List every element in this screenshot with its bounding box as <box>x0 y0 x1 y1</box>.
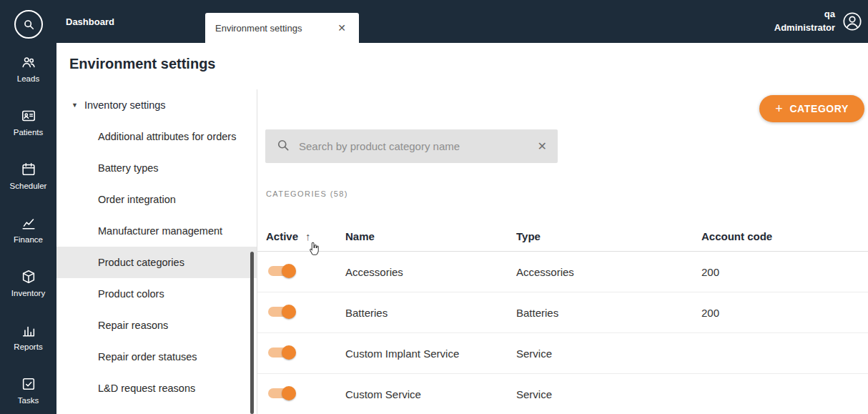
page-title: Environment settings <box>56 43 868 72</box>
user-avatar-icon[interactable] <box>842 11 862 31</box>
column-header-type[interactable]: Type <box>516 230 701 242</box>
tree-root-label: Inventory settings <box>84 99 166 111</box>
column-header-account-code[interactable]: Account code <box>701 230 868 242</box>
user-info: qa Administrator <box>774 0 835 43</box>
clear-search-icon[interactable]: ✕ <box>538 139 547 153</box>
sidebar: Leads Patients Scheduler Finance Invento… <box>0 0 56 414</box>
cell-account-code: 200 <box>701 266 868 278</box>
active-toggle[interactable] <box>268 307 294 317</box>
search-input[interactable] <box>299 140 529 152</box>
tree-item-manufacturer-management[interactable]: Manufacturer management <box>56 215 257 247</box>
cell-active <box>266 266 345 278</box>
column-header-active-label: Active <box>266 230 298 242</box>
sidebar-item-inventory[interactable]: Inventory <box>0 256 56 310</box>
cell-active <box>266 348 345 360</box>
tasks-icon <box>21 376 36 392</box>
cell-name: Accessories <box>345 266 516 278</box>
active-toggle[interactable] <box>268 266 294 276</box>
cell-name: Custom Service <box>345 388 516 400</box>
content-area: + CATEGORY ✕ CATEGORIES (58) Active ↑ Na… <box>257 89 868 414</box>
cell-type: Batteries <box>516 307 701 319</box>
sidebar-item-finance[interactable]: Finance <box>0 202 56 256</box>
tree-item-additional-attributes-for-orders[interactable]: Additional attributes for orders <box>56 121 257 152</box>
search-icon <box>21 17 36 31</box>
tab-label: Environment settings <box>215 23 302 34</box>
cell-account-code: 200 <box>701 307 868 319</box>
tree-item-repair-order-statuses[interactable]: Repair order statuses <box>56 341 257 373</box>
sort-ascending-icon: ↑ <box>305 230 311 242</box>
plus-icon: + <box>775 102 783 115</box>
sidebar-search-button[interactable] <box>14 10 43 39</box>
add-category-label: CATEGORY <box>789 103 849 114</box>
cell-name: Custom Implant Service <box>345 348 516 360</box>
tree-item-ld-request-reasons[interactable]: L&D request reasons <box>56 373 257 404</box>
sidebar-item-label: Tasks <box>18 396 39 405</box>
finance-icon <box>21 215 36 231</box>
tree-item-inventory-settings[interactable]: ▼ Inventory settings <box>56 89 257 121</box>
toggle-knob <box>282 305 296 319</box>
scheduler-icon <box>21 162 36 177</box>
sidebar-item-label: Patients <box>14 128 44 137</box>
toggle-knob <box>282 345 296 360</box>
user-role: Administrator <box>774 21 835 35</box>
search-icon <box>276 138 290 155</box>
sidebar-item-scheduler[interactable]: Scheduler <box>0 149 56 202</box>
tree-item-product-categories[interactable]: Product categories <box>56 247 257 278</box>
column-header-active[interactable]: Active ↑ <box>266 230 345 242</box>
reports-icon <box>21 322 36 338</box>
table-row[interactable]: Accessories Accessories 200 <box>257 252 868 292</box>
active-toggle[interactable] <box>268 348 294 358</box>
cell-active <box>266 307 345 319</box>
sidebar-item-leads[interactable]: Leads <box>0 41 56 95</box>
sidebar-item-label: Inventory <box>11 289 45 297</box>
toggle-knob <box>282 386 296 400</box>
cell-type: Service <box>516 388 701 400</box>
sidebar-item-label: Scheduler <box>10 182 47 190</box>
sidebar-item-reports[interactable]: Reports <box>0 310 56 363</box>
sidebar-item-patients[interactable]: Patients <box>0 95 56 149</box>
table-header: Active ↑ Name Type Account code <box>257 222 868 252</box>
topbar: Dashboard Environment settings ✕ qa Admi… <box>56 0 868 43</box>
tree-item-repair-reasons[interactable]: Repair reasons <box>56 310 257 341</box>
toggle-knob <box>282 264 296 278</box>
sidebar-item-label: Reports <box>14 342 42 351</box>
column-header-name[interactable]: Name <box>345 230 516 242</box>
sidebar-item-label: Leads <box>17 74 39 83</box>
cell-name: Batteries <box>345 307 516 319</box>
add-category-button[interactable]: + CATEGORY <box>759 95 864 122</box>
settings-tree-panel: ▼ Inventory settings Additional attribut… <box>56 89 257 414</box>
categories-count-label: CATEGORIES (58) <box>266 189 348 198</box>
inventory-icon <box>21 269 36 285</box>
tree-item-battery-types[interactable]: Battery types <box>56 152 257 184</box>
category-search-box: ✕ <box>265 129 558 163</box>
caret-down-icon: ▼ <box>71 102 78 109</box>
table-row[interactable]: Custom Implant Service Service <box>257 333 868 374</box>
cell-type: Accessories <box>516 266 701 278</box>
sidebar-item-label: Finance <box>14 235 43 244</box>
tree-scrollbar[interactable] <box>250 252 254 414</box>
leads-icon <box>21 54 36 70</box>
user-name: qa <box>774 8 835 21</box>
cell-type: Service <box>516 348 701 360</box>
main-area: Environment settings ▼ Inventory setting… <box>56 43 868 414</box>
tree-item-order-integration[interactable]: Order integration <box>56 184 257 215</box>
sidebar-item-tasks[interactable]: Tasks <box>0 363 56 414</box>
active-toggle[interactable] <box>268 388 294 398</box>
table-body: Accessories Accessories 200 Batteries Ba… <box>257 252 868 414</box>
sidebar-nav: Leads Patients Scheduler Finance Invento… <box>0 41 56 414</box>
cell-active <box>266 388 345 400</box>
tab-environment-settings[interactable]: Environment settings ✕ <box>205 13 359 43</box>
table-row[interactable]: Custom Service Service <box>257 374 868 414</box>
table-row[interactable]: Batteries Batteries 200 <box>257 292 868 333</box>
patients-icon <box>21 108 36 124</box>
tree-item-product-colors[interactable]: Product colors <box>56 278 257 310</box>
tab-dashboard[interactable]: Dashboard <box>66 0 114 43</box>
close-icon[interactable]: ✕ <box>335 21 349 35</box>
